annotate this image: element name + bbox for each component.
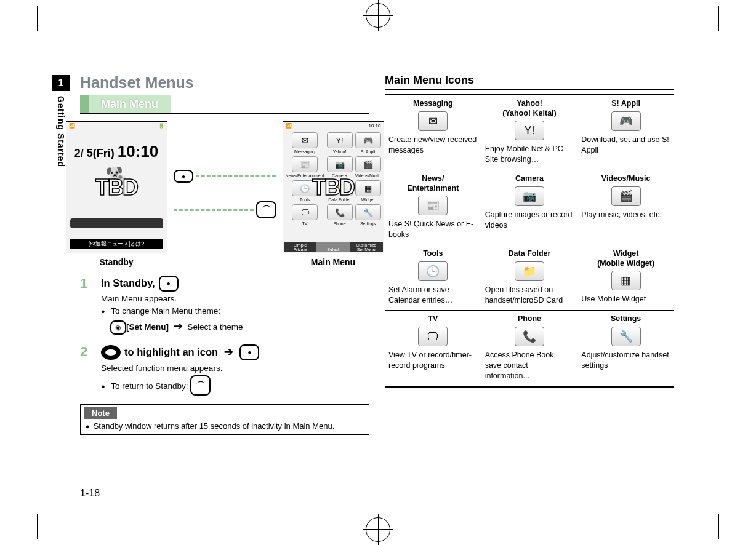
note-box: Note Standby window returns after 15 sec… bbox=[80, 404, 369, 435]
icon-description: Play music, videos, etc. bbox=[581, 210, 670, 220]
step2-head-mid: to highlight an icon bbox=[124, 344, 218, 360]
icon-name: Camera bbox=[485, 174, 574, 184]
center-key-icon bbox=[174, 170, 193, 183]
note-body: Standby window returns after 15 seconds … bbox=[81, 421, 369, 434]
camera-key-icon: ◉ bbox=[110, 320, 126, 335]
icon-name: Tools bbox=[388, 249, 478, 259]
center-key-icon bbox=[239, 344, 259, 360]
battery-icon: 🔋 bbox=[158, 123, 164, 129]
icon-description: Use S! Quick News or E-books bbox=[388, 219, 478, 240]
icon-description: Capture images or record videos bbox=[485, 210, 574, 231]
icon-description: Use Mobile Widget bbox=[581, 294, 670, 304]
transition-keys: ⏜ bbox=[174, 170, 276, 218]
step-2: 2 to highlight an icon ➔ Selected functi… bbox=[80, 344, 369, 396]
step-1: 1 In Standby, Main Menu appears. To chan… bbox=[80, 276, 369, 335]
icon-name: News/Entertainment bbox=[388, 174, 478, 193]
icon-description: Enjoy Mobile Net & PC Site browsing… bbox=[485, 144, 574, 165]
icon-name: Data Folder bbox=[485, 249, 574, 259]
menu-cell: 🔧Settings bbox=[355, 204, 381, 226]
phone-screenshots: 📶🔋 2/ 5(Fri) 10:10 🐕 TBD [S!速報ニュース]とは? S… bbox=[80, 121, 369, 267]
step-number: 1 bbox=[80, 276, 92, 335]
icon-description: Access Phone Book, save contact informat… bbox=[485, 350, 574, 381]
icon-cell: Yahoo!(Yahoo! Keitai)Y!Enjoy Mobile Net … bbox=[481, 95, 578, 170]
icon-name: S! Appli bbox=[581, 99, 670, 109]
icon-name: TV bbox=[388, 314, 478, 324]
icon-name: Videos/Music bbox=[581, 174, 670, 184]
end-key-icon: ⏜ bbox=[256, 201, 276, 218]
step-number: 2 bbox=[80, 344, 92, 396]
icon-cell: TV🖵View TV or record/timer-record progra… bbox=[385, 311, 481, 387]
arrow-icon: ➔ bbox=[222, 344, 236, 361]
main-menu-screenshot: 📶10:10 ✉MessagingY!Yahoo!🎮S! Appli📰News/… bbox=[283, 121, 384, 253]
icon-name: Settings bbox=[581, 314, 670, 324]
icon-cell: News/Entertainment📰Use S! Quick News or … bbox=[385, 170, 481, 245]
icon-name: Yahoo!(Yahoo! Keitai) bbox=[485, 99, 574, 118]
icon-description: Set Alarm or save Calendar entries… bbox=[388, 285, 478, 306]
section-heading: Main Menu bbox=[80, 95, 171, 113]
main-menu-icons-table: Messaging✉Create new/view received messa… bbox=[385, 94, 674, 388]
standby-screenshot: 📶🔋 2/ 5(Fri) 10:10 🐕 TBD [S!速報ニュース]とは? bbox=[66, 121, 167, 253]
icon-description: Create new/view received messages bbox=[388, 135, 478, 156]
section-heading-icons: Main Menu Icons bbox=[385, 74, 674, 90]
icon-cell: Videos/Music🎬Play music, videos, etc. bbox=[577, 170, 674, 245]
menu-icon: 🎮 bbox=[611, 111, 641, 131]
icon-cell: Settings🔧Adjust/customize handset settin… bbox=[577, 311, 674, 387]
icon-cell: S! Appli🎮Download, set and use S! Appli bbox=[577, 95, 674, 170]
menu-cell: 🎮S! Appli bbox=[355, 132, 381, 154]
dash-left bbox=[174, 209, 254, 211]
menu-icon: 📷 bbox=[515, 186, 544, 206]
menu-cell: ✉Messaging bbox=[286, 132, 324, 154]
menu-cell: 📞Phone bbox=[327, 204, 353, 226]
standby-time: 10:10 bbox=[118, 142, 159, 161]
softkeys: SimplePrivate Select CustomizeSet Menu bbox=[284, 242, 383, 252]
dpad-key-icon bbox=[101, 345, 121, 360]
step2-line1: Selected function menu appears. bbox=[101, 362, 259, 375]
icon-description: Open files saved on handset/microSD Card bbox=[485, 285, 574, 306]
tbd-overlay: TBD bbox=[66, 175, 167, 201]
standby-banner bbox=[70, 218, 163, 228]
note-label: Note bbox=[84, 407, 117, 419]
step1-line1: Main Menu appears. bbox=[101, 293, 243, 306]
chapter-number: 1 bbox=[52, 75, 70, 91]
signal-icon: 📶 bbox=[286, 123, 292, 129]
menu-icon: 🕒 bbox=[418, 261, 448, 281]
page-title: Handset Menus bbox=[80, 74, 369, 92]
icon-cell: Messaging✉Create new/view received messa… bbox=[385, 95, 481, 170]
icon-cell: Widget(Mobile Widget)▦Use Mobile Widget bbox=[577, 245, 674, 311]
menu-cell: 🖵TV bbox=[286, 204, 324, 226]
standby-caption: Standby bbox=[66, 257, 167, 267]
arrow-icon: ➔ bbox=[171, 320, 185, 332]
menu-icon: 🎬 bbox=[611, 186, 641, 206]
icon-name: Phone bbox=[485, 314, 574, 324]
icon-description: Adjust/customize handset settings bbox=[581, 350, 670, 371]
step1-head: In Standby, bbox=[101, 276, 155, 292]
menu-caption: Main Menu bbox=[283, 257, 384, 267]
standby-prompt: [S!速報ニュース]とは? bbox=[70, 239, 163, 249]
step1-bullet: To change Main Menu theme: ◉[Set Menu] ➔… bbox=[101, 305, 243, 335]
icon-cell: Tools🕒Set Alarm or save Calendar entries… bbox=[385, 245, 481, 311]
icon-cell: Phone📞Access Phone Book, save contact in… bbox=[481, 311, 578, 387]
center-key-icon bbox=[159, 276, 179, 292]
menu-icon: 🖵 bbox=[418, 327, 448, 346]
icon-description: Download, set and use S! Appli bbox=[581, 135, 670, 156]
menu-icon: ▦ bbox=[611, 271, 641, 290]
tbd-overlay: TBD bbox=[283, 175, 384, 201]
icon-cell: Camera📷Capture images or record videos bbox=[481, 170, 578, 245]
step2-bullet: To return to Standby: ⏜ bbox=[101, 375, 259, 396]
signal-icon: 📶 bbox=[69, 123, 75, 129]
standby-date: 2/ 5(Fri) bbox=[74, 147, 115, 159]
menu-icon: 📞 bbox=[515, 327, 544, 346]
menu-icon: 🔧 bbox=[611, 327, 641, 346]
menu-icon: 📁 bbox=[515, 261, 544, 281]
menu-icon: 📰 bbox=[418, 196, 448, 215]
dash-right bbox=[196, 175, 276, 177]
page-number: 1-18 bbox=[80, 488, 100, 499]
icon-description: View TV or record/timer-record programs bbox=[388, 350, 478, 371]
icon-name: Widget(Mobile Widget) bbox=[581, 249, 670, 268]
icon-cell: Data Folder📁Open files saved on handset/… bbox=[481, 245, 578, 311]
menu-icon: Y! bbox=[515, 121, 544, 140]
menu-time: 10:10 bbox=[368, 123, 380, 129]
section-bar-main-menu: Main Menu bbox=[80, 95, 369, 114]
menu-icon: ✉ bbox=[418, 111, 448, 131]
end-key-icon: ⏜ bbox=[190, 375, 211, 396]
